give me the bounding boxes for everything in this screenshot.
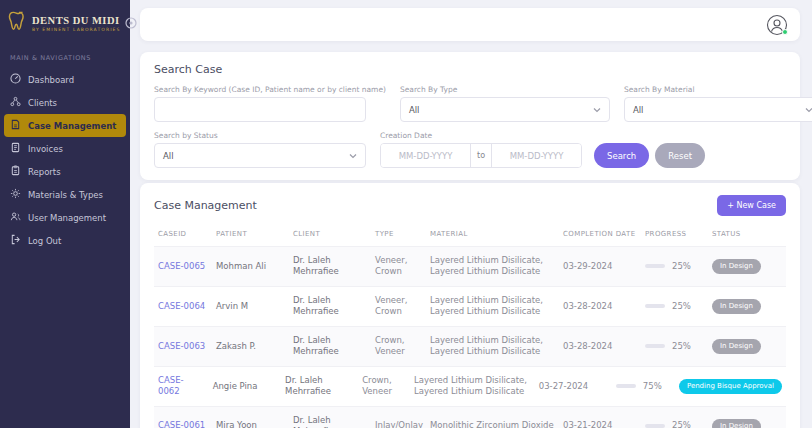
sidebar-item-dashboard[interactable]: Dashboard xyxy=(0,68,130,91)
material-cell: Layered Lithium Disilicate, Layered Lith… xyxy=(426,247,559,286)
progress-bar xyxy=(645,424,665,428)
sidebar: DENTS DU MIDI BY EMINENT LABORATORIES MA… xyxy=(0,0,130,428)
main-content: Search Case Search By Keyword (Case ID, … xyxy=(130,0,812,428)
sidebar-item-label: Dashboard xyxy=(28,75,74,85)
sidebar-section-label: MAIN & NAVIGATIONS xyxy=(0,44,130,68)
sidebar-item-reports[interactable]: Reports xyxy=(0,160,130,183)
progress-cell: 75% xyxy=(612,373,675,400)
user-avatar-icon[interactable] xyxy=(766,14,788,36)
brand-logo: DENTS DU MIDI BY EMINENT LABORATORIES xyxy=(0,0,130,44)
case-management-icon xyxy=(10,119,21,132)
sidebar-item-label: Log Out xyxy=(28,236,61,246)
tooth-logo-icon xyxy=(8,10,28,36)
patient-cell: Mira Yoon xyxy=(212,412,289,428)
material-label: Search By Material xyxy=(624,85,812,94)
online-status-dot xyxy=(782,29,788,35)
progress-label: 25% xyxy=(672,341,691,352)
completion-date-cell: 03-28-2024 xyxy=(559,333,641,360)
type-cell: Veneer, Crown xyxy=(371,287,426,326)
sidebar-item-label: Invoices xyxy=(28,144,63,154)
search-case-card: Search Case Search By Keyword (Case ID, … xyxy=(140,52,800,180)
type-field: Search By Type All xyxy=(400,85,610,122)
reset-button[interactable]: Reset xyxy=(655,143,705,168)
patient-cell: Zakash P. xyxy=(212,333,289,360)
progress-label: 25% xyxy=(672,420,691,428)
brand-name: DENTS DU MIDI xyxy=(32,15,120,26)
case-id-link[interactable]: CASE-0061 xyxy=(158,420,205,428)
material-cell: Monolithic Zirconium Dioxide xyxy=(426,412,559,428)
date-to-input[interactable] xyxy=(492,144,581,167)
client-cell: Dr. Laleh Mehrrafiee xyxy=(289,247,371,286)
sidebar-item-label: Case Management xyxy=(28,121,116,131)
status-badge: In Design xyxy=(712,299,761,314)
status-label: Search by Status xyxy=(154,131,366,140)
type-label: Search By Type xyxy=(400,85,610,94)
completion-date-cell: 03-21-2024 xyxy=(559,412,641,428)
material-cell: Layered Lithium Disilicate, Layered Lith… xyxy=(410,367,535,406)
progress-cell: 25% xyxy=(641,412,708,428)
sidebar-item-label: Reports xyxy=(28,167,61,177)
sidebar-item-label: Clients xyxy=(28,98,57,108)
case-management-card: Case Management + New Case CASEID PATIEN… xyxy=(140,183,800,428)
case-table: CASEID PATIENT CLIENT TYPE MATERIAL COMP… xyxy=(154,226,786,428)
table-header-row: CASEID PATIENT CLIENT TYPE MATERIAL COMP… xyxy=(154,226,786,246)
status-badge: In Design xyxy=(712,259,761,274)
col-type: TYPE xyxy=(371,226,426,246)
chevron-down-icon xyxy=(805,105,812,115)
status-select-value: All xyxy=(163,151,174,161)
chevron-down-icon xyxy=(349,151,357,161)
date-range-separator: to xyxy=(470,144,492,167)
creation-date-field: Creation Date to Search Reset xyxy=(380,131,705,168)
sidebar-item-case-management[interactable]: Case Management xyxy=(4,114,126,137)
status-select[interactable]: All xyxy=(154,143,366,168)
keyword-label: Search By Keyword (Case ID, Patient name… xyxy=(154,85,386,94)
case-id-link[interactable]: CASE-0063 xyxy=(158,341,205,351)
status-badge: Pending Bisque Approval xyxy=(679,379,782,394)
table-row: CASE-0064 Arvin M Dr. Laleh Mehrrafiee V… xyxy=(154,286,786,326)
type-cell: Inlay/Onlay xyxy=(371,412,426,428)
table-row: CASE-0062 Angie Pina Dr. Laleh Mehrrafie… xyxy=(154,366,786,406)
date-range-group: to xyxy=(380,143,582,168)
progress-cell: 25% xyxy=(641,333,708,360)
sidebar-item-log-out[interactable]: Log Out xyxy=(0,229,130,252)
sidebar-item-label: Materials & Types xyxy=(28,190,103,200)
case-id-link[interactable]: CASE-0064 xyxy=(158,301,205,311)
client-cell: Dr. Laleh Mehrrafiee xyxy=(289,407,371,428)
col-patient: PATIENT xyxy=(212,226,289,246)
case-id-link[interactable]: CASE-0065 xyxy=(158,261,205,271)
col-status: STATUS xyxy=(708,226,786,246)
sidebar-item-label: User Management xyxy=(28,213,106,223)
sidebar-item-invoices[interactable]: Invoices xyxy=(0,137,130,160)
top-header-bar xyxy=(140,8,800,41)
completion-date-cell: 03-29-2024 xyxy=(559,253,641,280)
material-select[interactable]: All xyxy=(624,97,812,122)
col-client: CLIENT xyxy=(289,226,371,246)
table-row: CASE-0065 Mohman Ali Dr. Laleh Mehrrafie… xyxy=(154,246,786,286)
search-button[interactable]: Search xyxy=(594,143,649,168)
status-badge: In Design xyxy=(712,419,761,428)
progress-label: 25% xyxy=(672,301,691,312)
clients-icon xyxy=(10,96,21,109)
logout-icon xyxy=(10,234,21,247)
material-cell: Layered Lithium Disilicate, Layered Lith… xyxy=(426,287,559,326)
type-select[interactable]: All xyxy=(400,97,610,122)
case-table-body: CASE-0065 Mohman Ali Dr. Laleh Mehrrafie… xyxy=(154,246,786,428)
type-cell: Crown, Veneer xyxy=(358,367,410,406)
status-field: Search by Status All xyxy=(154,131,366,168)
new-case-button[interactable]: + New Case xyxy=(717,195,786,216)
progress-bar xyxy=(616,384,636,388)
type-select-value: All xyxy=(409,105,420,115)
sidebar-item-materials-types[interactable]: Materials & Types xyxy=(0,183,130,206)
sidebar-item-clients[interactable]: Clients xyxy=(0,91,130,114)
completion-date-cell: 03-28-2024 xyxy=(559,293,641,320)
date-from-input[interactable] xyxy=(381,144,470,167)
col-completion-date: COMPLETION DATE xyxy=(559,226,641,246)
client-cell: Dr. Laleh Mehrrafiee xyxy=(289,327,371,366)
dashboard-icon xyxy=(10,73,21,86)
progress-label: 75% xyxy=(643,381,662,392)
keyword-input[interactable] xyxy=(154,97,366,122)
case-id-link[interactable]: CASE-0062 xyxy=(158,375,184,396)
table-row: CASE-0061 Mira Yoon Dr. Laleh Mehrrafiee… xyxy=(154,406,786,428)
completion-date-cell: 03-27-2024 xyxy=(535,373,612,400)
sidebar-item-user-management[interactable]: User Management xyxy=(0,206,130,229)
